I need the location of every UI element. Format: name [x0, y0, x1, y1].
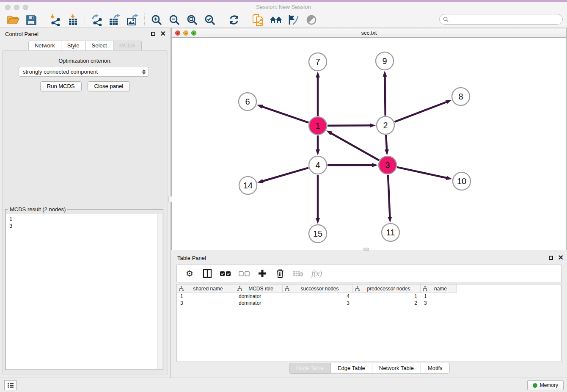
eye-button[interactable]: [303, 13, 320, 27]
node-3[interactable]: 3: [379, 156, 396, 174]
edge-1-2[interactable]: [328, 125, 371, 126]
home-button[interactable]: [267, 13, 285, 27]
function-builder-icon[interactable]: f(x): [311, 269, 322, 278]
edge-2-9[interactable]: [385, 76, 385, 116]
close-table-panel-icon[interactable]: ✕: [558, 256, 564, 260]
import-network-button[interactable]: [46, 13, 64, 27]
node-11[interactable]: 11: [382, 224, 399, 241]
node-7[interactable]: 7: [309, 53, 327, 71]
network-window-titlebar[interactable]: × − + scc.txt: [171, 28, 567, 38]
edge-3-10[interactable]: [397, 167, 447, 178]
edge-3-11[interactable]: [388, 175, 390, 218]
refresh-button[interactable]: [225, 13, 243, 27]
edge-2-3[interactable]: [386, 135, 387, 150]
mcds-result-text[interactable]: 13: [6, 214, 162, 369]
export-image-button[interactable]: [124, 13, 141, 27]
close-panel-button[interactable]: Close panel: [88, 81, 130, 91]
tab-network[interactable]: Network: [28, 41, 61, 51]
tab-style[interactable]: Style: [61, 41, 86, 51]
table-cell[interactable]: 4: [283, 293, 353, 300]
network-minimize-button[interactable]: −: [183, 30, 188, 36]
float-panel-icon[interactable]: [151, 32, 155, 36]
memory-button[interactable]: Memory: [527, 380, 564, 390]
table-cell[interactable]: 3: [421, 300, 457, 306]
split-view-icon[interactable]: [202, 269, 212, 278]
select-all-icon[interactable]: [220, 271, 231, 276]
column-header-MCDS-role[interactable]: MCDS role: [235, 284, 283, 293]
edge-2-8[interactable]: [394, 102, 447, 121]
edge-4-14[interactable]: [262, 168, 308, 181]
zoom-in-button[interactable]: [148, 13, 165, 27]
open-session-icon: [7, 14, 19, 25]
horizontal-splitter-grip[interactable]: [363, 248, 369, 251]
node-4[interactable]: 4: [309, 156, 327, 174]
table-cell[interactable]: 1: [353, 293, 421, 300]
table-cell[interactable]: 3: [283, 300, 353, 306]
export-table-button[interactable]: [106, 13, 124, 27]
zoom-fit-button[interactable]: [183, 13, 201, 27]
tab-motifs[interactable]: Motifs: [421, 363, 450, 374]
network-window-title: scc.txt: [361, 30, 377, 36]
task-history-button[interactable]: [4, 380, 17, 390]
svg-text:15: 15: [313, 229, 322, 238]
edge-3-1[interactable]: [330, 133, 379, 160]
table-cell[interactable]: 2: [353, 300, 421, 306]
search-input[interactable]: [449, 17, 562, 22]
node-6[interactable]: 6: [239, 93, 256, 110]
table-row[interactable]: 1dominator411: [177, 293, 561, 300]
network-graph[interactable]: 1234678910111415: [172, 38, 566, 250]
tab-select[interactable]: Select: [86, 41, 113, 51]
node-1[interactable]: 1: [309, 117, 327, 135]
node-8[interactable]: 8: [452, 88, 470, 105]
tab-edge-table[interactable]: Edge Table: [331, 363, 372, 374]
settings-gear-icon[interactable]: ⚙: [184, 268, 195, 279]
svg-text:10: 10: [457, 177, 466, 186]
edge-1-6[interactable]: [261, 106, 308, 122]
status-bar: Memory: [0, 378, 567, 392]
open-session-button[interactable]: [4, 13, 22, 27]
vertical-splitter-grip[interactable]: [168, 196, 172, 202]
zoom-selected-button[interactable]: [201, 13, 219, 27]
node-2[interactable]: 2: [377, 116, 394, 134]
close-panel-icon[interactable]: ✕: [160, 32, 166, 36]
result-scrollbar[interactable]: [157, 214, 162, 369]
node-15[interactable]: 15: [309, 225, 327, 243]
tab-node-table[interactable]: Node Table: [289, 363, 331, 374]
tab-mcds[interactable]: MCDS: [113, 41, 142, 51]
network-maximize-button[interactable]: +: [191, 30, 196, 36]
column-header-predecessor-nodes[interactable]: predecessor nodes: [353, 284, 421, 293]
table-cell[interactable]: 1: [177, 293, 235, 300]
table-cell[interactable]: dominator: [235, 293, 283, 300]
column-header-shared-name[interactable]: shared name: [177, 284, 235, 293]
node-table[interactable]: shared nameMCDS rolesuccessor nodesprede…: [176, 284, 561, 362]
clone-network-button[interactable]: [249, 13, 267, 27]
node-10[interactable]: 10: [453, 172, 471, 190]
deselect-all-icon[interactable]: [239, 271, 250, 276]
refresh-icon: [228, 14, 239, 25]
float-table-panel-icon[interactable]: [549, 256, 553, 260]
run-mcds-button[interactable]: Run MCDS: [40, 81, 82, 91]
tab-network-table[interactable]: Network Table: [372, 363, 421, 374]
zoom-out-button[interactable]: [165, 13, 183, 27]
delete-icon[interactable]: [275, 269, 285, 278]
import-table-button[interactable]: [64, 13, 82, 27]
table-cell[interactable]: 3: [177, 300, 235, 306]
column-header-successor-nodes[interactable]: successor nodes: [283, 284, 353, 293]
network-canvas[interactable]: 1234678910111415: [171, 38, 567, 250]
table-cell[interactable]: dominator: [235, 300, 283, 306]
table-cell[interactable]: 1: [421, 293, 457, 300]
memory-status-icon: [533, 383, 537, 388]
search-field[interactable]: [439, 14, 563, 25]
column-header-name[interactable]: name: [421, 284, 457, 293]
network-close-button[interactable]: ×: [175, 30, 180, 36]
node-14[interactable]: 14: [239, 177, 257, 194]
export-network-button[interactable]: [88, 13, 106, 27]
optimization-criterion-label: Optimization criterion:: [0, 58, 170, 64]
table-row[interactable]: 3dominator323: [177, 300, 561, 306]
add-column-icon[interactable]: [257, 269, 267, 278]
optimization-criterion-select[interactable]: strongly connected component: [19, 67, 149, 77]
save-session-button[interactable]: [22, 13, 40, 27]
node-9[interactable]: 9: [376, 52, 394, 70]
show-graphics-button[interactable]: [285, 13, 303, 27]
destroy-table-icon[interactable]: [293, 270, 304, 277]
